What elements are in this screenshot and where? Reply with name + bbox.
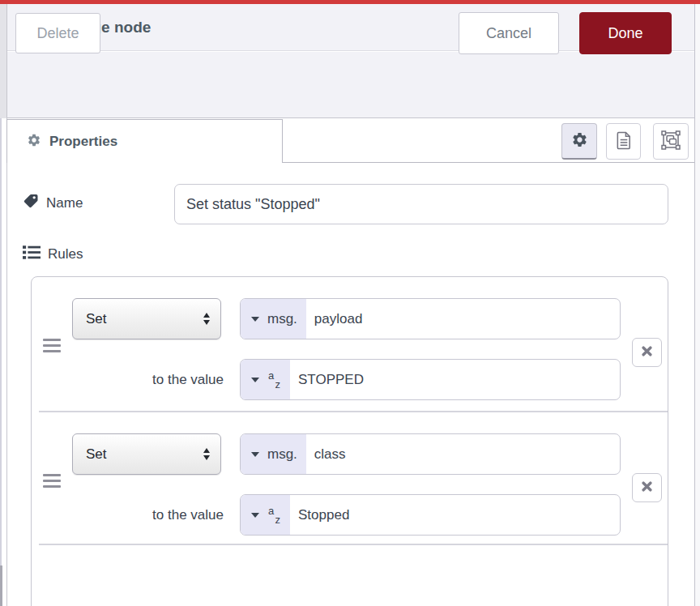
rule-action-value: Set: [86, 446, 107, 463]
appearance-view-button[interactable]: [653, 123, 689, 160]
property-typed-input: msg.: [240, 433, 621, 475]
property-typed-input: msg.: [240, 298, 621, 339]
tab-properties-label: Properties: [49, 134, 117, 150]
scrollbar-fragment: [0, 565, 2, 606]
drag-handle[interactable]: [43, 339, 62, 356]
rule-row: Set msg. to the value az: [32, 412, 668, 545]
close-icon: [642, 481, 652, 494]
gear-icon: [27, 133, 41, 151]
dialog-button-row: [7, 52, 694, 118]
value-type-button[interactable]: az: [241, 360, 290, 399]
name-label-text: Name: [46, 195, 83, 211]
workspace-edge-line: [0, 118, 2, 606]
delete-button[interactable]: Delete: [15, 13, 100, 53]
select-arrows-icon: [203, 445, 210, 463]
remove-rule-button[interactable]: [632, 473, 662, 502]
name-field-label: Name: [23, 193, 83, 213]
string-type-icon: az: [267, 369, 281, 391]
properties-view-button[interactable]: [561, 123, 597, 160]
property-type-button[interactable]: msg.: [241, 299, 306, 339]
tab-row-border: [283, 162, 694, 163]
gear-icon: [571, 131, 588, 151]
cancel-button[interactable]: Cancel: [459, 12, 559, 54]
value-typed-input: az: [240, 359, 621, 400]
property-type-button[interactable]: msg.: [241, 434, 306, 474]
close-icon: [642, 346, 652, 359]
rule-separator: [39, 544, 668, 545]
value-typed-input: az: [240, 494, 621, 536]
property-input[interactable]: [306, 299, 620, 339]
value-input[interactable]: [290, 495, 620, 535]
description-view-button[interactable]: [606, 123, 641, 160]
value-input[interactable]: [290, 360, 620, 399]
dialog-right-border: [694, 4, 695, 606]
value-type-button[interactable]: az: [241, 495, 290, 535]
select-arrows-icon: [203, 309, 210, 328]
remove-rule-button[interactable]: [632, 338, 662, 367]
rules-list: Set msg. to the value az: [31, 276, 668, 606]
document-icon: [616, 131, 632, 152]
property-input[interactable]: [306, 434, 620, 474]
chevron-down-icon: [251, 317, 259, 322]
tag-icon: [23, 193, 39, 213]
rule-row: Set msg. to the value az: [32, 277, 668, 412]
chevron-down-icon: [251, 378, 259, 382]
drag-handle[interactable]: [43, 474, 62, 491]
string-type-icon: az: [267, 504, 281, 527]
rule-action-value: Set: [86, 311, 107, 327]
group-selection-icon: [661, 130, 681, 152]
edit-change-node-dialog: Edit change node Delete Cancel Done Prop…: [0, 0, 700, 606]
rules-section-label: Rules: [23, 245, 83, 264]
rule-action-select[interactable]: Set: [72, 433, 221, 475]
right-gutter: [695, 4, 700, 606]
chevron-down-icon: [251, 452, 259, 457]
to-the-value-label: to the value: [78, 359, 224, 400]
property-prefix-label: msg.: [267, 311, 297, 327]
property-prefix-label: msg.: [267, 446, 297, 463]
rule-action-select[interactable]: Set: [72, 298, 221, 339]
tab-properties[interactable]: Properties: [6, 119, 283, 163]
to-the-value-label: to the value: [78, 494, 224, 536]
rules-label-text: Rules: [48, 246, 83, 262]
list-icon: [23, 245, 41, 264]
done-button[interactable]: Done: [579, 12, 672, 54]
name-input[interactable]: [174, 184, 668, 224]
left-edge-strip: [0, 4, 6, 118]
chevron-down-icon: [251, 513, 259, 518]
